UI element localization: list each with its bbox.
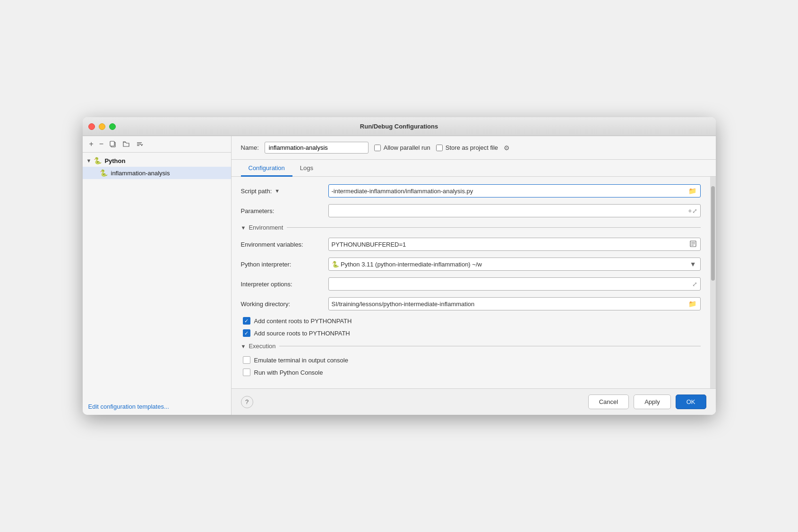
add-config-button[interactable]: + [87, 139, 95, 149]
ok-button[interactable]: OK [676, 395, 706, 409]
working-directory-label: Working directory: [241, 300, 328, 308]
script-path-dropdown: Script path: ▼ [241, 188, 326, 195]
parameters-label: Parameters: [241, 207, 328, 215]
store-project-label: Store as project file [446, 144, 498, 151]
interpreter-field: 🐍 Python 3.11 (python-intermediate-infla… [328, 257, 701, 271]
name-input[interactable] [265, 142, 369, 154]
tree-python-group[interactable]: ▼ 🐍 Python [83, 154, 231, 167]
python-interpreter-label: Python interpreter: [241, 261, 328, 268]
allow-parallel-label: Allow parallel run [384, 144, 430, 151]
interpreter-options-field[interactable]: ⤢ [328, 277, 701, 291]
cancel-button[interactable]: Cancel [588, 395, 629, 409]
execution-title: Execution [249, 343, 275, 350]
script-path-field: -intermediate-inflammation/inflammation-… [328, 184, 701, 197]
interpreter-options-control: ⤢ [328, 277, 701, 291]
collapse-environment-icon[interactable]: ▼ [241, 225, 246, 231]
add-source-roots-label: Add source roots to PYTHONPATH [254, 330, 350, 337]
working-directory-field: SI/training/lessons/python-intermediate-… [328, 297, 701, 310]
tree-inflammation-analysis[interactable]: 🐍 inflammation-analysis [83, 167, 231, 179]
working-directory-control: SI/training/lessons/python-intermediate-… [328, 297, 701, 310]
edit-templates-link[interactable]: Edit configuration templates... [83, 398, 231, 415]
tabs-row: Configuration Logs [232, 160, 716, 177]
env-vars-value: PYTHONUNBUFFERED=1 [332, 241, 689, 248]
tree-child-label: inflammation-analysis [111, 170, 170, 177]
tree-area: ▼ 🐍 Python 🐍 inflammation-analysis [83, 153, 231, 398]
section-divider-line [287, 227, 700, 228]
left-panel: + − [83, 136, 232, 415]
python-interpreter-row: Python interpreter: 🐍 Python 3.11 (pytho… [241, 257, 701, 271]
copy-config-button[interactable] [107, 139, 119, 149]
interpreter-dropdown-button[interactable]: ▼ [689, 260, 697, 268]
env-vars-control: PYTHONUNBUFFERED=1 [328, 238, 701, 251]
collapse-execution-icon[interactable]: ▼ [241, 343, 246, 349]
gear-icon[interactable]: ⚙ [504, 144, 510, 152]
python-icon: 🐍 [93, 156, 102, 165]
browse-working-directory-button[interactable]: 📁 [687, 300, 697, 308]
edit-env-vars-button[interactable] [689, 240, 697, 249]
script-path-row: Script path: ▼ -intermediate-inflammatio… [241, 184, 701, 197]
add-parameter-button[interactable]: + [688, 207, 692, 215]
add-source-roots-checkbox[interactable]: ✓ [243, 329, 250, 337]
tab-configuration[interactable]: Configuration [241, 160, 292, 177]
close-button[interactable] [88, 123, 95, 130]
env-vars-field: PYTHONUNBUFFERED=1 [328, 238, 701, 251]
working-directory-row: Working directory: SI/training/lessons/p… [241, 297, 701, 310]
emulate-terminal-label: Emulate terminal in output console [254, 357, 348, 364]
run-with-console-row: Run with Python Console [241, 369, 701, 376]
emulate-terminal-checkbox[interactable] [243, 356, 250, 364]
expand-parameter-button[interactable]: ⤢ [692, 207, 697, 215]
add-content-roots-label: Add content roots to PYTHONPATH [254, 317, 352, 325]
interpreter-options-row: Interpreter options: ⤢ [241, 277, 701, 291]
env-vars-label: Environment variables: [241, 241, 328, 248]
sort-config-button[interactable] [134, 139, 145, 149]
name-label: Name: [241, 144, 259, 151]
svg-rect-1 [110, 141, 114, 146]
add-source-roots-row: ✓ Add source roots to PYTHONPATH [241, 329, 701, 337]
minimize-button[interactable] [99, 123, 105, 130]
maximize-button[interactable] [109, 123, 116, 130]
chevron-down-icon[interactable]: ▼ [275, 188, 280, 194]
env-vars-row: Environment variables: PYTHONUNBUFFERED=… [241, 238, 701, 251]
execution-divider-line [279, 346, 700, 346]
interpreter-control: 🐍 Python 3.11 (python-intermediate-infla… [328, 257, 701, 271]
script-path-value: -intermediate-inflammation/inflammation-… [332, 188, 687, 195]
scrollbar[interactable] [710, 177, 716, 388]
apply-button[interactable]: Apply [634, 395, 671, 409]
working-directory-value: SI/training/lessons/python-intermediate-… [332, 300, 687, 308]
browse-script-button[interactable]: 📁 [687, 187, 697, 195]
scrollbar-thumb[interactable] [711, 186, 715, 281]
left-toolbar: + − [83, 136, 231, 153]
window-title: Run/Debug Configurations [360, 123, 438, 130]
environment-title: Environment [249, 224, 283, 231]
tab-logs[interactable]: Logs [292, 160, 321, 177]
store-project-checkbox[interactable] [436, 145, 443, 151]
main-window: Run/Debug Configurations + − [83, 117, 716, 415]
script-path-label: Script path: ▼ [241, 188, 328, 195]
title-bar: Run/Debug Configurations [83, 117, 716, 136]
run-with-console-checkbox[interactable] [243, 369, 250, 376]
allow-parallel-checkbox[interactable] [374, 145, 381, 151]
right-header: Name: Allow parallel run Store as projec… [232, 136, 716, 160]
emulate-terminal-row: Emulate terminal in output console [241, 356, 701, 364]
parameters-field: + ⤢ [328, 204, 701, 217]
tree-python-label: Python [104, 157, 125, 164]
expand-interpreter-options-button[interactable]: ⤢ [692, 281, 697, 288]
script-path-control: -intermediate-inflammation/inflammation-… [328, 184, 701, 197]
python-child-icon: 🐍 [100, 169, 108, 177]
interpreter-options-label: Interpreter options: [241, 281, 328, 288]
allow-parallel-run-group: Allow parallel run [374, 144, 430, 151]
config-area: Script path: ▼ -intermediate-inflammatio… [232, 177, 710, 388]
environment-section: ▼ Environment [241, 224, 701, 231]
remove-config-button[interactable]: − [97, 139, 105, 149]
interpreter-value: 🐍 Python 3.11 (python-intermediate-infla… [332, 261, 689, 268]
execution-section: ▼ Execution [241, 343, 701, 350]
run-with-console-label: Run with Python Console [254, 369, 323, 376]
bottom-bar: ? Cancel Apply OK [232, 388, 716, 415]
folder-config-button[interactable] [120, 139, 132, 149]
right-panel: Name: Allow parallel run Store as projec… [232, 136, 716, 415]
add-content-roots-checkbox[interactable]: ✓ [243, 317, 250, 325]
window-controls [88, 123, 116, 130]
help-button[interactable]: ? [241, 396, 253, 408]
chevron-down-icon: ▼ [86, 158, 92, 163]
store-project-file-group: Store as project file [436, 144, 498, 151]
